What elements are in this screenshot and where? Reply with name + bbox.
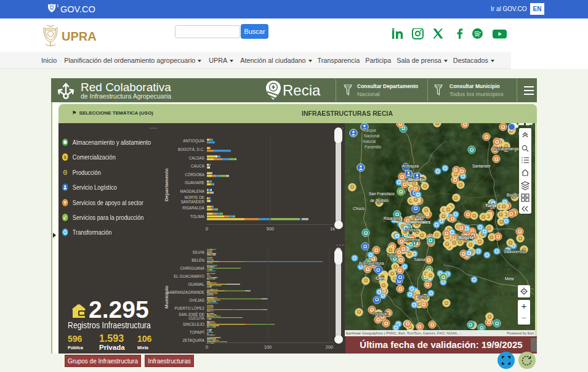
svg-text:PUERTO LÓPEZ: PUERTO LÓPEZ bbox=[175, 305, 205, 310]
svg-text:Pereira: Pereira bbox=[405, 228, 418, 232]
svg-text:CÚCUTA: CÚCUTA bbox=[188, 315, 205, 320]
svg-text:Popayán: Popayán bbox=[373, 312, 389, 317]
svg-text:Boyacá: Boyacá bbox=[507, 193, 520, 198]
svg-text:Nacional: Nacional bbox=[364, 134, 380, 138]
svg-text:500: 500 bbox=[267, 226, 275, 232]
svg-text:EL GUACAMAYO: EL GUACAMAYO bbox=[174, 274, 204, 278]
svg-text:Risaralda: Risaralda bbox=[384, 216, 401, 220]
svg-text:ZETAQUIRA: ZETAQUIRA bbox=[182, 338, 204, 343]
svg-text:LABRANZAGRANDE: LABRANZAGRANDE bbox=[167, 290, 204, 294]
svg-text:TOPAIPÍ: TOPAIPÍ bbox=[190, 330, 205, 334]
svg-text:Medellín: Medellín bbox=[408, 177, 425, 182]
svg-text:CÓRDOBA: CÓRDOBA bbox=[185, 172, 205, 177]
svg-text:MAGDALENA: MAGDALENA bbox=[180, 189, 204, 193]
svg-text:Tolima: Tolima bbox=[414, 257, 425, 262]
svg-text:Caldas: Caldas bbox=[413, 214, 425, 219]
svg-text:SILVIA: SILVIA bbox=[193, 250, 205, 254]
svg-text:Santander: Santander bbox=[472, 164, 491, 168]
svg-text:0: 0 bbox=[206, 344, 208, 350]
svg-text:TOLIMA: TOLIMA bbox=[190, 214, 205, 219]
svg-text:ANTIOQUIA: ANTIOQUIA bbox=[183, 139, 204, 144]
svg-text:San Francisco: San Francisco bbox=[369, 192, 395, 196]
svg-text:CALDAS: CALDAS bbox=[189, 156, 204, 160]
svg-text:Recia: Recia bbox=[283, 82, 321, 99]
svg-text:de Quibdó: de Quibdó bbox=[370, 198, 389, 203]
svg-text:0: 0 bbox=[206, 226, 208, 232]
svg-text:Tuluá: Tuluá bbox=[387, 253, 397, 257]
svg-text:Neiva: Neiva bbox=[418, 294, 429, 299]
svg-text:Meta: Meta bbox=[505, 277, 514, 281]
svg-text:CHIRIGUANÁ: CHIRIGUANÁ bbox=[180, 265, 204, 270]
svg-text:Paramillo: Paramillo bbox=[364, 145, 381, 149]
svg-text:Bucaramanga: Bucaramanga bbox=[494, 147, 519, 152]
svg-text:Parque: Parque bbox=[363, 128, 376, 133]
svg-text:Natural: Natural bbox=[363, 139, 376, 144]
svg-text:Armenia: Armenia bbox=[405, 238, 421, 242]
svg-text:GUAMAL: GUAMAL bbox=[188, 282, 204, 286]
svg-text:Cali: Cali bbox=[376, 276, 384, 280]
svg-text:Manizales: Manizales bbox=[410, 220, 430, 224]
svg-text:RISARALDA: RISARALDA bbox=[182, 206, 204, 210]
svg-text:Bogotá: Bogotá bbox=[459, 235, 473, 240]
svg-text:BELÉN: BELÉN bbox=[191, 257, 204, 262]
svg-text:Chocó: Chocó bbox=[353, 206, 364, 211]
svg-text:OVEJAS: OVEJAS bbox=[189, 298, 204, 302]
svg-text:BOGOTÁ, D.C.: BOGOTÁ, D.C. bbox=[178, 147, 204, 152]
svg-text:SINCELEJO: SINCELEJO bbox=[183, 322, 204, 326]
svg-text:GUAVIARE: GUAVIARE bbox=[185, 180, 204, 185]
svg-text:SANTANDER: SANTANDER bbox=[181, 200, 205, 204]
svg-text:GOV.CO: GOV.CO bbox=[60, 4, 95, 14]
svg-text:Buenaventura: Buenaventura bbox=[359, 261, 384, 265]
svg-text:Villavicencio: Villavicencio bbox=[504, 249, 526, 254]
svg-text:200: 200 bbox=[326, 344, 334, 350]
svg-text:S: S bbox=[64, 154, 66, 160]
svg-text:Antioquia: Antioquia bbox=[402, 164, 419, 169]
svg-text:Tunja: Tunja bbox=[485, 203, 496, 208]
svg-text:100: 100 bbox=[264, 344, 272, 350]
svg-text:CAUCA: CAUCA bbox=[191, 164, 205, 168]
